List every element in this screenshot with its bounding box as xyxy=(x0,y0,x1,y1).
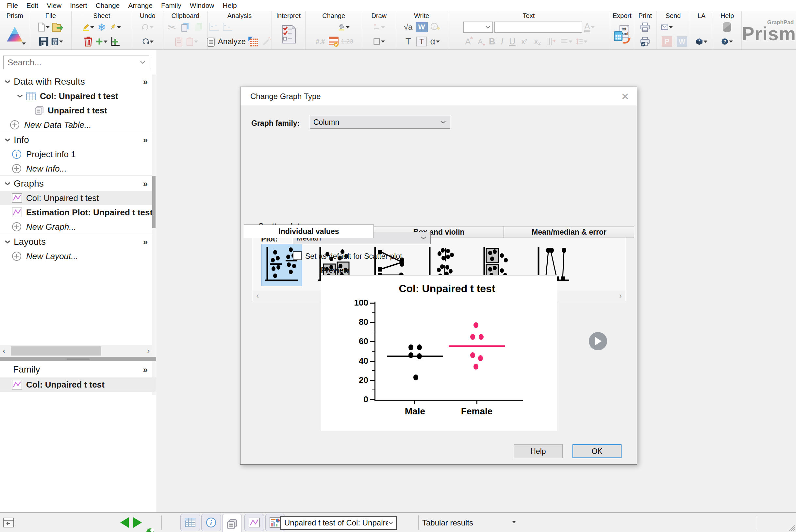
sidebar-item-new-graph[interactable]: New Graph... xyxy=(0,220,152,234)
view-data-tables-tab[interactable] xyxy=(181,514,200,531)
sheet-selector-combo[interactable]: Unpaired t test of Col: Unpaired xyxy=(280,516,397,530)
search-combo[interactable] xyxy=(3,56,149,69)
new-sheet-icon[interactable] xyxy=(96,36,108,48)
family-item-col-unpaired[interactable]: Col: Unpaired t test xyxy=(0,377,156,392)
greek-letter-icon[interactable]: α xyxy=(429,36,441,48)
copy-icon[interactable] xyxy=(179,21,191,33)
collapse-navigator-icon[interactable] xyxy=(3,517,14,528)
sidebar-section-info[interactable]: Info » xyxy=(0,133,152,147)
draw-shape-icon[interactable] xyxy=(373,36,385,48)
view-graphs-tab[interactable] xyxy=(244,514,264,531)
play-tutorial-button[interactable] xyxy=(589,332,607,350)
print-preview-icon[interactable] xyxy=(639,36,651,48)
help-button[interactable]: Help xyxy=(514,444,563,458)
scroll-right-icon[interactable]: › xyxy=(619,291,622,300)
print-icon[interactable] xyxy=(639,21,651,33)
expand-section-icon[interactable]: » xyxy=(143,179,148,189)
sidebar-item-new-layout[interactable]: New Layout... xyxy=(0,249,152,263)
font-name-combo[interactable] xyxy=(494,22,582,33)
menu-item-family[interactable]: Family xyxy=(157,0,186,11)
back-button[interactable] xyxy=(120,517,129,528)
help-icon[interactable]: ? xyxy=(721,36,733,48)
sidebar-item-data-table[interactable]: Col: Unpaired t test xyxy=(0,89,152,103)
color-bucket-icon[interactable] xyxy=(338,21,349,33)
save-icon[interactable] xyxy=(38,36,50,48)
analysis-table-icon[interactable] xyxy=(247,36,259,48)
view-info-tab[interactable]: i xyxy=(201,514,221,531)
analyze-icon[interactable] xyxy=(207,36,216,48)
resize-grip[interactable] xyxy=(788,524,795,531)
equation-icon[interactable]: √a xyxy=(402,21,414,33)
sidebar-item-project-info[interactable]: i Project info 1 xyxy=(0,147,152,162)
text-tool-icon[interactable]: T xyxy=(402,36,414,48)
export-icon[interactable]: txtxml xyxy=(614,21,631,48)
menu-item-help[interactable]: Help xyxy=(219,0,241,11)
expand-section-icon[interactable]: » xyxy=(143,237,148,247)
new-graph-sheet-icon[interactable] xyxy=(109,36,121,48)
email-icon[interactable] xyxy=(661,21,673,33)
scroll-right-icon[interactable]: › xyxy=(147,346,150,356)
analyze-label[interactable]: Analyze xyxy=(218,37,246,46)
open-file-icon[interactable] xyxy=(51,21,63,33)
expand-section-icon[interactable]: » xyxy=(143,77,148,87)
tab-mean-median-error[interactable]: Mean/median & error xyxy=(504,226,634,238)
menu-item-edit[interactable]: Edit xyxy=(22,0,42,11)
view-selector[interactable]: Tabular results xyxy=(422,516,473,530)
sidebar-item-graph-col-unpaired[interactable]: Col: Unpaired t test xyxy=(0,191,152,205)
menu-item-arrange[interactable]: Arrange xyxy=(124,0,157,11)
redo-icon xyxy=(142,21,154,33)
change-table-format-icon[interactable] xyxy=(328,36,340,48)
undo-icon[interactable] xyxy=(142,36,154,48)
sidebar-item-new-data-table[interactable]: New Data Table... xyxy=(0,118,152,132)
dropdown-caret-icon xyxy=(569,40,572,43)
data-point xyxy=(473,364,478,369)
search-input[interactable] xyxy=(4,58,140,68)
prism-academy-icon[interactable] xyxy=(721,21,733,33)
view-results-tab[interactable] xyxy=(222,514,242,532)
sidebar-section-data[interactable]: Data with Results » xyxy=(0,75,152,89)
prism-logo-icon[interactable] xyxy=(6,21,23,48)
highlight-icon[interactable] xyxy=(82,21,94,33)
family-panel-splitter[interactable] xyxy=(0,357,156,361)
pin-icon[interactable] xyxy=(109,21,121,33)
sidebar-section-layouts[interactable]: Layouts » xyxy=(0,235,152,249)
italic-icon: I xyxy=(499,36,505,48)
close-icon[interactable]: ✕ xyxy=(618,90,632,103)
lab-archive-icon[interactable] xyxy=(696,36,707,48)
go-to-linked-icon[interactable] xyxy=(145,528,157,532)
menu-item-view[interactable]: View xyxy=(42,0,66,11)
menu-item-change[interactable]: Change xyxy=(92,0,124,11)
ok-button[interactable]: OK xyxy=(572,444,622,458)
font-size-combo[interactable] xyxy=(463,22,493,33)
underline-icon: U xyxy=(509,36,516,48)
dialog-titlebar[interactable]: Change Graph Type ✕ xyxy=(241,87,637,106)
tab-individual-values[interactable]: Individual values xyxy=(244,225,374,238)
set-default-checkbox[interactable] xyxy=(293,251,302,260)
interpret-checklist-icon[interactable] xyxy=(280,21,297,48)
scrollbar-thumb[interactable] xyxy=(11,346,101,356)
sidebar-item-estimation-plot[interactable]: Estimation Plot: Unpaired t test of xyxy=(0,205,152,220)
graph-type-scatter-median[interactable] xyxy=(261,244,302,286)
delete-sheet-icon[interactable] xyxy=(82,36,94,48)
new-file-icon[interactable] xyxy=(38,21,50,33)
forward-button[interactable] xyxy=(133,517,142,528)
menu-item-insert[interactable]: Insert xyxy=(66,0,92,11)
sidebar-vertical-scrollbar[interactable] xyxy=(152,75,156,395)
expand-section-icon[interactable]: » xyxy=(143,135,148,145)
text-box-icon[interactable]: T xyxy=(416,36,428,48)
menu-item-window[interactable]: Window xyxy=(186,0,219,11)
graph-family-combo[interactable]: Column xyxy=(310,116,450,129)
svg-text:xml: xml xyxy=(622,31,628,36)
word-text-icon[interactable]: W xyxy=(416,21,428,33)
sidebar-item-new-info[interactable]: New Info... xyxy=(0,162,152,176)
save-special-icon[interactable] xyxy=(51,36,63,48)
scroll-left-icon[interactable]: ‹ xyxy=(256,291,259,300)
freeze-icon[interactable]: ❄ xyxy=(96,21,108,33)
menu-item-file[interactable]: File xyxy=(3,0,22,11)
expand-section-icon[interactable]: » xyxy=(143,365,148,375)
data-point xyxy=(417,353,422,359)
sidebar-item-results-sheet[interactable]: Unpaired t test xyxy=(0,103,152,118)
scroll-left-icon[interactable]: ‹ xyxy=(3,346,5,356)
sidebar-section-graphs[interactable]: Graphs » xyxy=(0,176,152,191)
scrollbar-thumb[interactable] xyxy=(152,176,155,228)
